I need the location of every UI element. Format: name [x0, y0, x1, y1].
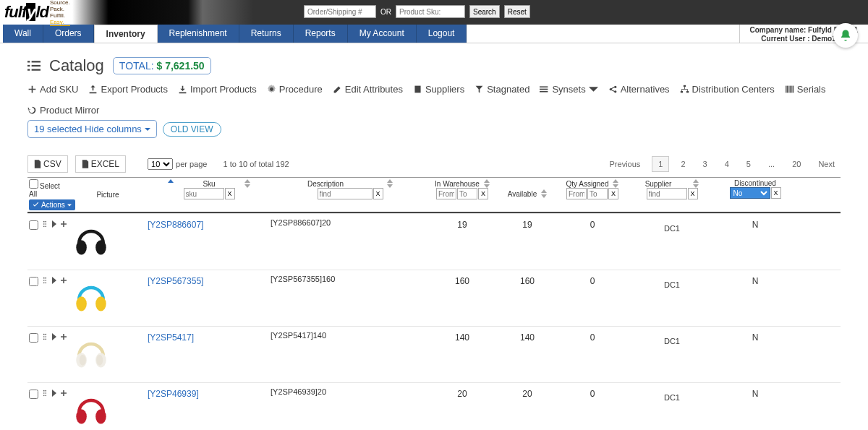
col-supplier[interactable]: Supplier X [625, 178, 719, 212]
plus-icon[interactable] [61, 333, 67, 340]
export-excel-button[interactable]: EXCEL [75, 155, 126, 173]
drag-icon[interactable] [42, 277, 48, 284]
desc-filter-clear[interactable]: X [373, 188, 383, 199]
sku-link[interactable]: [Y2SP46939] [148, 387, 271, 399]
wh-to-input[interactable] [457, 188, 477, 199]
svg-point-43 [43, 334, 45, 335]
sku-filter-input[interactable] [184, 188, 224, 199]
page-4[interactable]: 4 [719, 157, 735, 171]
caret-right-icon[interactable] [51, 220, 57, 228]
old-view-button[interactable]: OLD VIEW [163, 122, 221, 137]
procedure-button[interactable]: Procedure [267, 84, 323, 95]
svg-point-54 [45, 390, 46, 392]
col-qty-assigned[interactable]: Qty Assigned X [560, 178, 625, 212]
nav-inventory[interactable]: Inventory [94, 25, 158, 43]
serials-button[interactable]: Serials [785, 84, 826, 95]
page-2[interactable]: 2 [675, 157, 691, 171]
export-products-button[interactable]: Export Products [88, 84, 168, 95]
product-image[interactable] [68, 218, 114, 265]
caret-right-icon[interactable] [51, 390, 57, 397]
wh-filter-clear[interactable]: X [478, 188, 488, 199]
hide-columns-button[interactable]: 19 selected Hide columns [27, 120, 157, 138]
svg-rect-15 [680, 91, 682, 93]
sitemap-icon [680, 85, 689, 94]
reset-button[interactable]: Reset [504, 5, 530, 18]
col-in-warehouse[interactable]: In Warehouse X [430, 178, 495, 212]
select-all[interactable]: Select All [29, 182, 60, 198]
prev-page[interactable]: Previous [604, 157, 647, 171]
order-shipping-input[interactable] [304, 5, 376, 18]
disc-filter-clear[interactable]: X [771, 187, 781, 199]
stagnated-button[interactable]: Stagnated [475, 84, 529, 95]
import-products-button[interactable]: Import Products [178, 84, 257, 95]
plus-icon[interactable] [61, 220, 67, 228]
product-image[interactable] [68, 331, 114, 377]
synsets-button[interactable]: Synsets [540, 84, 597, 95]
col-description[interactable]: Description X [271, 178, 430, 212]
svg-point-46 [45, 336, 46, 337]
drag-icon[interactable] [42, 220, 48, 228]
nav-logout[interactable]: Logout [417, 25, 467, 43]
row-checkbox[interactable] [29, 333, 38, 343]
nav-orders[interactable]: Orders [43, 25, 94, 43]
product-mirror-button[interactable]: Product Mirror [27, 105, 99, 116]
sku-link[interactable]: [Y2SP567355] [148, 275, 271, 286]
product-image[interactable] [68, 275, 114, 321]
supplier-filter-clear[interactable]: X [688, 188, 698, 199]
discontinued-cell: N [719, 218, 791, 230]
drag-icon[interactable] [42, 390, 48, 397]
svg-rect-2 [27, 69, 30, 71]
row-checkbox[interactable] [29, 220, 38, 230]
col-picture: Picture [68, 178, 148, 212]
sku-filter-clear[interactable]: X [225, 188, 235, 199]
wh-from-input[interactable] [436, 188, 456, 199]
edit-attributes-button[interactable]: Edit Attributes [333, 84, 403, 95]
qty-from-input[interactable] [566, 188, 587, 199]
export-csv-button[interactable]: CSV [27, 155, 68, 173]
svg-point-47 [43, 339, 45, 340]
page-3[interactable]: 3 [697, 157, 713, 171]
sku-link[interactable]: [Y2SP5417] [148, 331, 271, 343]
qty-assigned-cell: 0 [560, 275, 625, 286]
caret-right-icon[interactable] [51, 277, 57, 284]
per-page-select[interactable]: 10 [148, 158, 173, 170]
distribution-centers-button[interactable]: Distribution Centers [680, 84, 775, 95]
row-checkbox[interactable] [29, 277, 38, 286]
discontinued-filter-select[interactable]: No [730, 187, 770, 199]
row-checkbox[interactable] [29, 390, 38, 399]
supplier-filter-input[interactable] [647, 188, 687, 199]
add-sku-button[interactable]: Add SKU [27, 84, 78, 95]
nav-reports[interactable]: Reports [294, 25, 348, 43]
col-discontinued[interactable]: Discontinued NoX [719, 178, 791, 212]
plus-icon[interactable] [61, 277, 67, 284]
svg-point-33 [43, 278, 45, 279]
nav-replenishment[interactable]: Replenishment [158, 25, 239, 43]
next-page[interactable]: Next [812, 157, 841, 171]
nav-returns[interactable]: Returns [239, 25, 294, 43]
page-5[interactable]: 5 [741, 157, 757, 171]
top-search: OR Search Reset [304, 5, 530, 18]
col-available[interactable]: Available [495, 178, 560, 212]
drag-icon[interactable] [42, 333, 48, 340]
qty-to-input[interactable] [587, 188, 608, 199]
svg-point-62 [96, 411, 103, 422]
nav-my-account[interactable]: My Account [348, 25, 417, 43]
nav-wall[interactable]: Wall [3, 25, 43, 43]
plus-icon[interactable] [61, 390, 67, 397]
product-image[interactable] [68, 387, 114, 430]
desc-filter-input[interactable] [318, 188, 373, 199]
suppliers-button[interactable]: Suppliers [413, 84, 464, 95]
qty-filter-clear[interactable]: X [608, 188, 618, 199]
notifications-button[interactable] [833, 23, 858, 48]
product-sku-input[interactable] [396, 5, 465, 18]
page-1[interactable]: 1 [652, 156, 669, 172]
sku-link[interactable]: [Y2SP886607] [148, 218, 271, 230]
caret-right-icon[interactable] [51, 333, 57, 340]
col-sku[interactable]: Sku X [148, 178, 271, 212]
svg-rect-19 [788, 86, 789, 93]
alternatives-button[interactable]: Alternatives [608, 84, 670, 95]
discontinued-cell: N [719, 331, 791, 343]
search-button[interactable]: Search [469, 5, 500, 18]
page-20[interactable]: 20 [786, 157, 807, 171]
svg-rect-8 [540, 86, 548, 87]
